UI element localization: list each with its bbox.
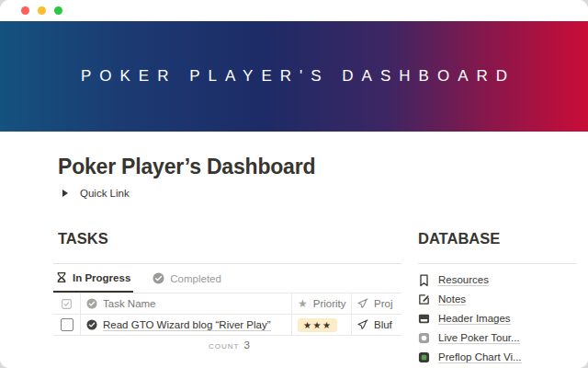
database-item-resources[interactable]: Resources (418, 270, 576, 290)
quick-link-toggle[interactable]: Quick Link (62, 188, 130, 199)
close-window-button[interactable] (21, 6, 29, 15)
database-item-preflop-chart[interactable]: Preflop Chart Vi... (418, 348, 576, 367)
gray-app-icon (418, 332, 430, 344)
check-circle-icon (86, 319, 97, 330)
tasks-view-tabs: In Progress Completed (53, 264, 401, 293)
count-label: COUNT (209, 342, 239, 351)
project-cell[interactable]: Bluf (352, 315, 401, 335)
tab-in-progress-label: In Progress (73, 272, 130, 283)
image-card-icon (418, 313, 430, 325)
page-content: Poker Player’s Dashboard Quick Link TASK… (0, 132, 588, 368)
tasks-section: TASKS In Progress Completed (53, 228, 401, 354)
priority-badge: ★★★ (298, 318, 337, 332)
green-app-icon (418, 351, 430, 363)
tasks-table: Task Name ★ Priority Proj (53, 293, 401, 354)
database-item-label: Notes (438, 293, 466, 305)
priority-cell[interactable]: ★★★ (292, 315, 352, 335)
database-heading: DATABASE (418, 228, 576, 248)
database-item-header-images[interactable]: Header Images (418, 309, 576, 328)
column-header-task-name[interactable]: Task Name (81, 293, 292, 314)
titlebar (0, 0, 588, 21)
select-all-checkbox[interactable] (53, 293, 81, 314)
column-header-project[interactable]: Proj (352, 293, 401, 314)
database-section: DATABASE Resources Notes (418, 228, 576, 367)
row-checkbox[interactable] (61, 318, 74, 331)
database-list: Resources Notes Header Images (418, 264, 576, 367)
database-item-label: Live Poker Tour... (438, 332, 520, 344)
tasks-heading: TASKS (58, 228, 401, 248)
app-window: POKER PLAYER'S DASHBOARD Poker Player’s … (0, 0, 588, 368)
database-item-label: Preflop Chart Vi... (438, 351, 522, 363)
count-value: 3 (243, 339, 249, 351)
table-count-row: COUNT 3 (53, 336, 401, 354)
page-title: Poker Player’s Dashboard (58, 155, 315, 179)
zoom-window-button[interactable] (54, 6, 62, 15)
toggle-triangle-icon (62, 190, 68, 197)
paper-plane-icon (357, 319, 368, 330)
database-item-notes[interactable]: Notes (418, 290, 576, 309)
column-header-priority[interactable]: ★ Priority (292, 293, 352, 314)
hourglass-icon (56, 271, 67, 283)
column-header-project-label: Proj (374, 298, 392, 309)
column-header-priority-label: Priority (313, 298, 346, 309)
table-row: Read GTO Wizard blog “River Play” ★★★ Bl… (53, 315, 401, 336)
project-link[interactable]: Bluf (374, 319, 392, 330)
minimize-window-button[interactable] (38, 6, 46, 15)
tab-in-progress[interactable]: In Progress (53, 264, 133, 293)
task-page-link[interactable]: Read GTO Wizard blog “River Play” (103, 319, 271, 331)
database-item-live-poker-tour[interactable]: Live Poker Tour... (418, 328, 576, 348)
task-name-cell[interactable]: Read GTO Wizard blog “River Play” (81, 315, 292, 335)
database-item-label: Header Images (438, 313, 511, 325)
column-header-task-name-label: Task Name (103, 298, 156, 309)
checkbox-check-icon (62, 299, 72, 309)
compose-icon (418, 293, 430, 305)
check-circle-icon (153, 272, 164, 284)
tab-completed[interactable]: Completed (150, 264, 224, 293)
quick-link-label: Quick Link (80, 188, 130, 199)
table-header-row: Task Name ★ Priority Proj (53, 293, 401, 315)
banner-title: POKER PLAYER'S DASHBOARD (73, 67, 515, 86)
row-select-cell (53, 315, 81, 335)
tab-completed-label: Completed (170, 273, 221, 284)
page-cover-banner: POKER PLAYER'S DASHBOARD (0, 21, 588, 132)
database-item-label: Resources (438, 274, 489, 286)
paper-plane-icon (357, 298, 368, 309)
check-circle-icon (86, 298, 97, 309)
bookmark-icon (418, 274, 430, 287)
star-icon: ★ (298, 298, 308, 309)
